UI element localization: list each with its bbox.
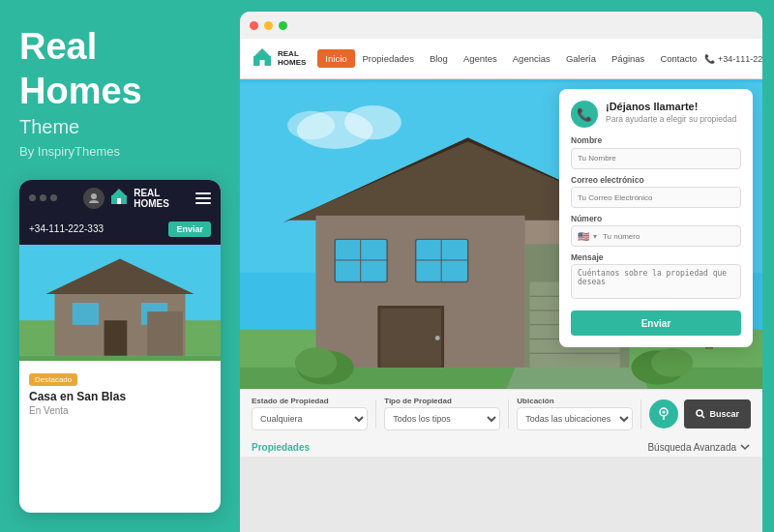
nav-item-propiedades[interactable]: Propiedades [355, 49, 422, 68]
svg-point-35 [435, 336, 440, 340]
svg-point-52 [287, 111, 335, 139]
nav-item-contacto[interactable]: Contacto [652, 49, 704, 68]
svg-line-56 [702, 415, 705, 418]
svg-rect-14 [260, 60, 265, 66]
hero-bottom-overlay: Estado de Propiedad Cualquiera Tipo de P… [240, 389, 762, 437]
window-dot-red [250, 21, 258, 30]
form-header: 📞 ¡Déjanos llamarte! Para ayudarte a ele… [571, 101, 741, 128]
mobile-property-card: Destacado Casa en San Blas En Venta [19, 361, 221, 426]
search-estado-label: Estado de Propiedad [252, 397, 368, 405]
search-divider-2 [508, 399, 509, 429]
mobile-dot-1 [29, 194, 36, 201]
form-name-input[interactable] [571, 148, 741, 169]
form-message-label: Mensaje [571, 252, 741, 262]
form-name-label: Nombre [571, 135, 741, 145]
phone-icon: 📞 [704, 54, 715, 64]
nav-item-agentes[interactable]: Agentes [456, 49, 505, 68]
mobile-top-bar: REAL HOMES [19, 180, 221, 217]
svg-marker-2 [111, 189, 127, 196]
svg-rect-11 [147, 311, 182, 356]
form-email-label: Correo electrónico [571, 175, 741, 185]
nav-logo-text: REAL HOMES [278, 50, 306, 68]
mobile-phone-number: +34-111-222-333 [29, 223, 104, 234]
form-phone-field: 🇺🇸 ▾ [571, 225, 741, 247]
search-tipo-label: Tipo de Propiedad [384, 397, 500, 405]
nav-item-paginas[interactable]: Páginas [604, 49, 652, 68]
search-actions: Buscar [649, 399, 751, 429]
app-subtitle: Theme [19, 116, 221, 138]
nav-item-inicio[interactable]: Inicio [317, 49, 354, 68]
svg-point-55 [697, 410, 702, 416]
form-phone-label: Número [571, 214, 741, 223]
mobile-logo-line2: HOMES [134, 198, 169, 209]
mobile-dot-2 [40, 194, 46, 201]
form-subtitle: Para ayudarte a elegir su propiedad [606, 114, 736, 124]
form-title: ¡Déjanos llamarte! [606, 101, 736, 113]
flag-icon: 🇺🇸 [578, 231, 589, 242]
search-divider-3 [640, 399, 641, 429]
bottom-advanced-search-label: Búsqueda Avanzada [647, 441, 751, 453]
mobile-logo-line1: REAL [134, 188, 160, 198]
svg-point-54 [663, 410, 666, 413]
svg-marker-13 [253, 48, 271, 57]
svg-rect-3 [117, 198, 121, 204]
svg-point-44 [295, 347, 337, 377]
nav-items: Inicio Propiedades Blog Agentes Agencias… [317, 49, 704, 68]
desktop-mockup: REAL HOMES Inicio Propiedades Blog Agent… [240, 12, 762, 532]
contact-form: 📞 ¡Déjanos llamarte! Para ayudarte a ele… [559, 89, 753, 347]
mobile-property-title: Casa en San Blas [29, 390, 211, 403]
form-submit-button[interactable]: Enviar [571, 310, 741, 336]
mobile-mockup: REAL HOMES +34-111-222-333 Enviar [19, 180, 221, 513]
title-line1: Real [19, 27, 221, 68]
search-tipo-group: Tipo de Propiedad Todos los tipos [384, 397, 500, 430]
nav-item-blog[interactable]: Blog [422, 49, 456, 68]
bottom-properties-label: Propiedades [252, 442, 310, 453]
search-map-button[interactable] [649, 399, 678, 429]
svg-point-0 [91, 193, 97, 199]
mobile-logo-icon [110, 188, 128, 209]
mobile-hero-image [19, 245, 221, 361]
app-by: By InspiryThemes [19, 144, 221, 159]
nav-phone-number: 📞 +34-111-222-333 [704, 54, 762, 64]
nav-item-galeria[interactable]: Galería [558, 49, 604, 68]
mobile-phone-bar: +34-111-222-333 Enviar [19, 217, 221, 245]
search-divider-1 [375, 399, 376, 429]
desktop-window-bar [240, 12, 762, 39]
bottom-bar: Propiedades Búsqueda Avanzada [240, 437, 762, 457]
form-phone-input[interactable] [603, 232, 734, 241]
search-ubicacion-group: Ubicación Todas las ubicaciones [517, 397, 633, 430]
mobile-property-badge: Destacado [29, 373, 77, 386]
nav-item-agencias[interactable]: Agencias [505, 49, 558, 68]
mobile-hamburger-icon[interactable] [195, 192, 211, 204]
search-tipo-select[interactable]: Todos los tipos [384, 407, 500, 430]
svg-rect-10 [104, 320, 128, 355]
desktop-nav: REAL HOMES Inicio Propiedades Blog Agent… [240, 39, 762, 79]
window-dot-green [279, 21, 287, 30]
form-header-text: ¡Déjanos llamarte! Para ayudarte a elegi… [606, 101, 736, 124]
search-button[interactable]: Buscar [684, 399, 751, 429]
mobile-window-dots [29, 194, 57, 201]
search-ubicacion-label: Ubicación [517, 397, 633, 405]
svg-rect-8 [73, 303, 99, 325]
search-ubicacion-select[interactable]: Todas las ubicaciones [517, 407, 633, 430]
search-estado-select[interactable]: Cualquiera [252, 407, 368, 430]
left-panel: Real Homes Theme By InspiryThemes [0, 0, 240, 532]
app-title: Real Homes Theme By InspiryThemes [19, 27, 221, 180]
mobile-logo-badge: REAL HOMES [134, 188, 169, 209]
search-bar: Estado de Propiedad Cualquiera Tipo de P… [240, 389, 762, 437]
svg-rect-34 [380, 309, 441, 368]
hero-section: 📞 ¡Déjanos llamarte! Para ayudarte a ele… [240, 79, 762, 437]
svg-rect-25 [335, 239, 387, 281]
svg-point-51 [344, 105, 402, 139]
chevron-down-icon [739, 441, 751, 453]
nav-logo-icon [252, 46, 273, 72]
nav-logo: REAL HOMES [252, 46, 306, 72]
form-message-textarea[interactable] [571, 264, 741, 299]
mobile-enviar-button[interactable]: Enviar [168, 222, 211, 237]
search-estado-group: Estado de Propiedad Cualquiera [252, 397, 368, 430]
mobile-avatar-icon [83, 188, 104, 209]
svg-point-46 [651, 348, 693, 376]
form-phone-icon: 📞 [571, 101, 598, 128]
mobile-dot-3 [50, 194, 57, 201]
form-email-input[interactable] [571, 187, 741, 208]
